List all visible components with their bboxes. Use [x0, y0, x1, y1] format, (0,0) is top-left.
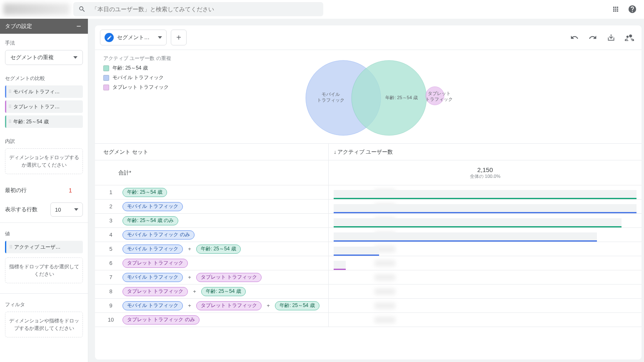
value-chip-label: アクティブ ユーザ… [14, 244, 60, 251]
table-row: 9モバイル トラフィック+タブレット トラフィック+年齢: 25～54 歳 [95, 299, 642, 313]
first-row-label: 最初の行 [5, 187, 27, 194]
value-redacted [374, 288, 395, 295]
compare-label: セグメントの比較 [5, 75, 83, 82]
segment-pill: モバイル トラフィック のみ [122, 230, 195, 240]
apps-icon[interactable] [607, 1, 624, 17]
legend-swatch [103, 65, 109, 71]
bar [334, 214, 637, 227]
bar [334, 228, 637, 242]
col-segment-set: セグメント セット [95, 148, 328, 156]
legend-swatch [103, 75, 109, 81]
legend-label: モバイル トラフィック [112, 74, 164, 81]
segment-pill: 年齢: 25～54 歳 [196, 245, 241, 254]
plus-separator: + [266, 302, 271, 309]
segment-chip-label: 年齢: 25～54 歳 [13, 118, 49, 125]
table-row: 3年齢: 25～54 歳 のみ [95, 214, 642, 228]
drag-handle-icon: ⠿ [8, 89, 11, 95]
value-redacted [374, 260, 395, 267]
tab-segment-overlap[interactable]: セグメントの… [100, 30, 167, 45]
drag-handle-icon: ⠿ [8, 119, 11, 125]
row-index: 6 [103, 260, 118, 266]
segment-chip[interactable]: ⠿年齢: 25～54 歳 [5, 115, 83, 128]
search-input[interactable] [92, 6, 318, 12]
add-tab-button[interactable]: + [171, 30, 187, 45]
drag-handle-icon: ⠿ [9, 245, 12, 250]
method-value: セグメントの重複 [10, 54, 54, 61]
plus-separator: + [192, 288, 197, 295]
bar [334, 200, 637, 213]
undo-icon[interactable] [567, 30, 582, 45]
chevron-down-icon [73, 56, 77, 59]
filter-dropzone[interactable]: ディメンションや指標をドロップするか選択してください [5, 312, 83, 337]
row-index: 7 [103, 274, 118, 280]
share-icon[interactable] [622, 30, 637, 45]
segment-pill: モバイル トラフィック [122, 301, 183, 310]
row-index: 10 [103, 317, 118, 323]
segment-pill: 年齢: 25～54 歳 [275, 301, 320, 310]
plus-separator: + [187, 274, 192, 280]
col-active-users[interactable]: アクティブ ユーザー数 [334, 148, 393, 156]
svg-text:タブレット: タブレット [428, 91, 451, 96]
svg-text:モバイル: モバイル [322, 92, 340, 97]
edit-icon [105, 33, 114, 42]
value-label: 値 [5, 230, 83, 237]
rows-label: 表示する行数 [5, 206, 37, 213]
row-index: 9 [103, 302, 118, 309]
sidebar-title: タブの設定 [5, 22, 32, 30]
row-index: 8 [103, 288, 118, 295]
segment-chip-label: モバイル トラフィ… [13, 88, 60, 95]
collapse-icon[interactable] [75, 22, 83, 30]
drag-handle-icon: ⠿ [8, 104, 11, 110]
product-logo [3, 3, 70, 15]
bar [334, 185, 637, 199]
chevron-down-icon [158, 36, 162, 39]
plus-separator: + [187, 246, 192, 252]
segment-pill: モバイル トラフィック [122, 245, 183, 254]
first-row-input[interactable] [58, 184, 83, 197]
venn-diagram-area: アクティブ ユーザー数 の重複 年齢: 25～54 歳モバイル トラフィックタブ… [95, 50, 642, 143]
topbar [0, 0, 644, 19]
search-icon [78, 5, 86, 13]
sidebar-header: タブの設定 [0, 19, 88, 34]
segment-pill: モバイル トラフィック [122, 273, 183, 282]
method-select[interactable]: セグメントの重複 [5, 50, 83, 65]
table-row: 5モバイル トラフィック+年齢: 25～54 歳 [95, 242, 642, 256]
plus-separator: + [187, 302, 192, 309]
breakdown-label: 内訳 [5, 138, 83, 145]
svg-text:トラフィック: トラフィック [425, 97, 453, 102]
table-row: 6タブレット トラフィック [95, 256, 642, 270]
value-redacted [374, 274, 395, 281]
svg-point-2 [426, 87, 444, 105]
segment-pill: モバイル トラフィック [122, 202, 183, 211]
svg-text:トラフィック: トラフィック [317, 97, 344, 102]
segment-pill: タブレット トラフィック [122, 287, 188, 296]
segment-chip[interactable]: ⠿モバイル トラフィ… [5, 85, 83, 98]
redo-icon[interactable] [586, 30, 600, 45]
tab-bar: セグメントの… + [95, 25, 642, 45]
search-box[interactable] [73, 2, 323, 16]
rows-select[interactable]: 10 [50, 202, 83, 217]
segment-pill: タブレット トラフィック のみ [122, 315, 200, 325]
value-redacted [374, 317, 395, 323]
segment-chip-label: タブレット トラフ… [13, 103, 60, 110]
value-chip[interactable]: ⠿ アクティブ ユーザ… [5, 241, 83, 253]
table-row: 1年齢: 25～54 歳 [95, 185, 642, 200]
row-index: 1 [103, 189, 118, 195]
row-index: 2 [103, 203, 118, 210]
row-index: 5 [103, 246, 118, 252]
help-icon[interactable] [624, 1, 641, 17]
segment-pill: タブレット トラフィック [122, 259, 188, 268]
venn-diagram: モバイル トラフィック 年齢: 25～54 歳 タブレット トラフィック [281, 54, 456, 142]
breakdown-dropzone[interactable]: ディメンションをドロップするか選択してください [5, 148, 83, 174]
row-index: 4 [103, 232, 118, 238]
settings-sidebar: タブの設定 手法 セグメントの重複 セグメントの比較 ⠿モバイル トラフィ…⠿タ… [0, 19, 88, 362]
table-row: 2モバイル トラフィック [95, 200, 642, 214]
total-subtext: 全体の 100.0% [470, 173, 500, 180]
table-header: セグメント セット アクティブ ユーザー数 [95, 144, 642, 160]
segment-pill: 年齢: 25～54 歳 [122, 188, 167, 197]
filter-label: フィルタ [5, 301, 83, 308]
metric-dropzone[interactable]: 指標をドロップするか選択してください [5, 257, 83, 283]
download-icon[interactable] [604, 30, 618, 45]
segment-chip[interactable]: ⠿タブレット トラフ… [5, 100, 83, 113]
total-value: 2,150 [477, 166, 493, 173]
